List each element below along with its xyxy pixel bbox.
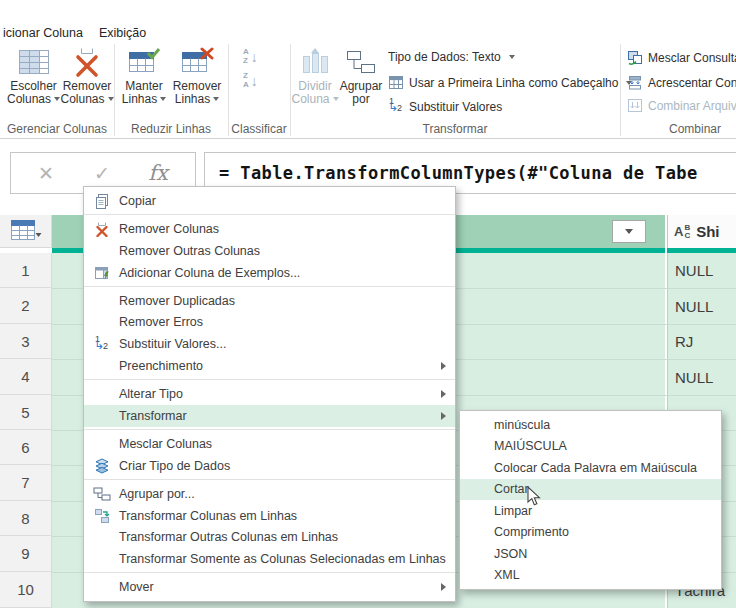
menu-item-label: Alterar Tipo: [119, 387, 183, 401]
menu-item-remover-duplicadas[interactable]: Remover Duplicadas: [84, 290, 455, 312]
group-label-classificar: Classificar: [228, 122, 290, 136]
menu-item-label: Remover Outras Colunas: [119, 244, 260, 258]
menu-item-label: Cortar: [494, 482, 529, 496]
menu-separator: [84, 429, 455, 430]
remove-columns-icon: [91, 221, 113, 237]
cancel-formula-button: ✕: [29, 153, 63, 193]
row-number[interactable]: 3: [0, 324, 52, 359]
keep-rows-icon: [127, 44, 161, 80]
filter-dropdown-icon: [625, 229, 633, 234]
combine-files-icon: [627, 98, 643, 113]
menu-item-label: Copiar: [119, 194, 156, 208]
menu-item-transformar-colunas-em-linhas[interactable]: Transformar Colunas em Linhas: [84, 505, 455, 527]
choose-columns-button[interactable]: Escolher Colunas: [5, 44, 62, 106]
submenu-arrow-icon: [441, 362, 446, 370]
button-label: Colunas: [7, 93, 60, 106]
row-number[interactable]: 5: [0, 395, 52, 430]
cancel-icon: ✕: [38, 162, 54, 185]
menu-item-label: Agrupar por...: [119, 487, 195, 501]
menu-item-remover-erros[interactable]: Remover Erros: [84, 311, 455, 333]
tab-adicionar-coluna[interactable]: icionar Coluna: [3, 26, 83, 40]
combine-files-button: Combinar Arquiv: [627, 98, 736, 113]
button-label: por: [352, 93, 369, 106]
row-number[interactable]: 10: [0, 572, 52, 608]
chevron-down-icon: [160, 97, 166, 101]
cell-value[interactable]: RJ: [675, 324, 693, 359]
menu-item-transformar-somente-selecionadas[interactable]: Transformar Somente as Colunas Seleciona…: [84, 548, 455, 570]
replace-values-button[interactable]: 1 ↳ 2 Substituir Valores: [388, 98, 502, 115]
menu-item-mesclar-colunas[interactable]: Mesclar Colunas: [84, 433, 455, 455]
menu-item-transformar[interactable]: Transformar: [84, 405, 455, 427]
menu-item-remover-outras-colunas[interactable]: Remover Outras Colunas: [84, 240, 455, 262]
row-number[interactable]: 8: [0, 501, 52, 536]
menu-item-transformar-outras-colunas-em-linhas[interactable]: Transformar Outras Colunas em Linhas: [84, 526, 455, 548]
menu-item-remover-colunas[interactable]: Remover Colunas: [84, 218, 455, 240]
menu-item-copiar[interactable]: Copiar: [84, 190, 455, 212]
table-menu-button[interactable]: [0, 215, 52, 248]
menu-item-label: Remover Duplicadas: [119, 294, 235, 308]
cell-value[interactable]: NULL: [675, 253, 713, 288]
button-label: Linhas: [175, 93, 219, 106]
append-queries-button[interactable]: Acrescentar Cons: [627, 75, 736, 90]
submenu-arrow-icon: [441, 583, 446, 591]
fx-icon: fx: [148, 161, 168, 185]
menu-item-label: Colocar Cada Palavra em Maiúscula: [494, 461, 697, 475]
menu-item-label: Remover Colunas: [119, 222, 219, 236]
use-first-row-as-headers-button[interactable]: Usar a Primeira Linha como Cabeçalho: [388, 75, 632, 90]
chevron-down-icon: [108, 97, 114, 101]
menu-item-criar-tipo-de-dados[interactable]: Criar Tipo de Dados: [84, 455, 455, 477]
chevron-down-icon: [213, 97, 219, 101]
remove-columns-button[interactable]: Remover Colunas: [60, 44, 114, 106]
menu-item-label: Transformar Outras Colunas em Linhas: [119, 530, 338, 544]
group-label-gerenciar-colunas: Gerenciar Colunas: [0, 122, 114, 136]
cell-value[interactable]: NULL: [675, 289, 713, 324]
menu-item-label: Transformar: [119, 409, 187, 423]
ribbon: Escolher Colunas Remover Colunas Gerenci…: [0, 42, 736, 139]
keep-rows-button[interactable]: Manter Linhas: [118, 44, 170, 106]
row-number[interactable]: 9: [0, 536, 52, 572]
menu-item-preenchimento[interactable]: Preenchimento: [84, 355, 455, 377]
remove-columns-icon: [70, 44, 104, 80]
tab-exibicao[interactable]: Exibição: [99, 26, 146, 40]
submenu-item-limpar[interactable]: Limpar: [460, 500, 721, 522]
submenu-item-cortar[interactable]: Cortar: [460, 479, 721, 501]
submenu-item-minuscula[interactable]: minúscula: [460, 414, 721, 436]
menu-item-label: MAIÚSCULA: [494, 439, 567, 453]
menu-separator: [84, 479, 455, 480]
column-header-shi[interactable]: A BC Shi: [667, 215, 736, 248]
menu-item-label: Remover Erros: [119, 315, 203, 329]
split-column-icon: [300, 44, 330, 80]
remove-rows-icon: [180, 44, 214, 80]
merge-queries-button[interactable]: Mesclar Consulta: [627, 50, 736, 65]
menu-item-agrupar-por[interactable]: Agrupar por...: [84, 483, 455, 505]
submenu-item-comprimento[interactable]: Comprimento: [460, 522, 721, 544]
sort-az-icon: AZ: [243, 48, 249, 65]
menu-item-adicionar-coluna-de-exemplos[interactable]: Adicionar Coluna de Exemplos...: [84, 262, 455, 284]
submenu-item-xml[interactable]: XML: [460, 565, 721, 587]
button-label: Colunas: [60, 93, 113, 106]
column-header-label: Shi: [696, 223, 719, 240]
row-number[interactable]: 2: [0, 288, 52, 324]
sort-ascending-button: AZ ↓: [243, 48, 258, 65]
menu-item-substituir-valores[interactable]: 1↳2 Substituir Valores...: [84, 333, 455, 355]
menu-item-alterar-tipo[interactable]: Alterar Tipo: [84, 383, 455, 405]
row-number[interactable]: 1: [0, 253, 52, 288]
copy-icon: [91, 193, 113, 209]
group-by-button[interactable]: Agrupar por: [338, 44, 384, 106]
cell-value[interactable]: NULL: [675, 360, 713, 395]
submenu-item-colocar-cada-palavra-em-maiuscula[interactable]: Colocar Cada Palavra em Maiúscula: [460, 457, 721, 479]
row-number[interactable]: 6: [0, 430, 52, 465]
data-type-button[interactable]: Tipo de Dados: Texto: [388, 50, 515, 64]
remove-rows-button[interactable]: Remover Linhas: [170, 44, 224, 106]
table-menu-icon: [10, 218, 42, 244]
context-menu: Copiar Remover Colunas Remover Outras Co…: [83, 186, 456, 602]
submenu-item-json[interactable]: JSON: [460, 543, 721, 565]
row-number[interactable]: 4: [0, 359, 52, 395]
submenu-item-maiuscula[interactable]: MAIÚSCULA: [460, 436, 721, 458]
chevron-down-icon: [509, 55, 515, 59]
column-filter-button[interactable]: [612, 220, 646, 243]
row-number[interactable]: 7: [0, 465, 52, 501]
menu-item-mover[interactable]: Mover: [84, 576, 455, 598]
menu-item-label: JSON: [494, 547, 527, 561]
add-column-from-examples-icon: [91, 265, 113, 281]
